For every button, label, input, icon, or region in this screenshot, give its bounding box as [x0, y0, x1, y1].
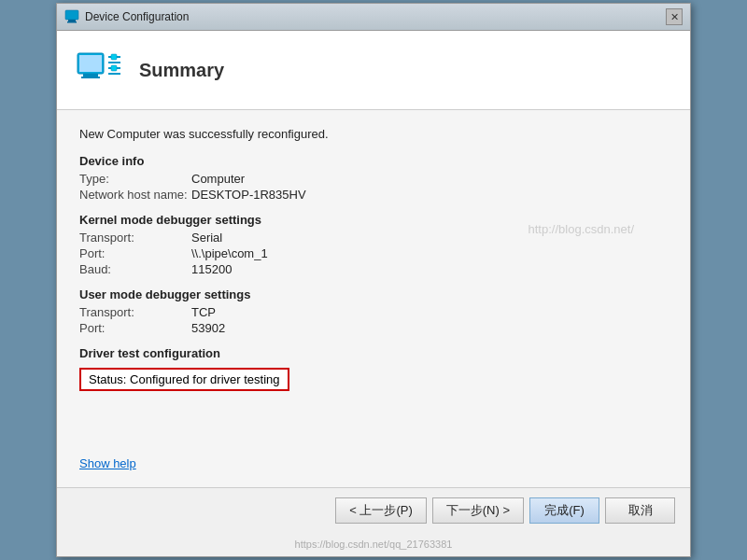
- header-section: Summary: [57, 31, 690, 110]
- kernel-port-label: Port:: [79, 246, 191, 260]
- titlebar: Device Configuration ✕: [57, 4, 690, 31]
- user-transport-row: Transport: TCP: [79, 305, 668, 319]
- kernel-transport-label: Transport:: [79, 231, 191, 245]
- kernel-baud-label: Baud:: [79, 262, 191, 276]
- kernel-port-value: \\.\pipe\com_1: [191, 246, 268, 260]
- content-section: New Computer was successfully reconfigur…: [57, 110, 690, 487]
- finish-button[interactable]: 完成(F): [529, 497, 599, 524]
- user-transport-value: TCP: [191, 305, 216, 319]
- footer-url: https://blog.csdn.net/qq_21763381: [295, 539, 453, 550]
- window-title: Device Configuration: [85, 10, 189, 23]
- device-host-row: Network host name: DESKTOP-1R835HV: [79, 188, 668, 202]
- cancel-button[interactable]: 取消: [605, 497, 675, 524]
- svg-rect-6: [81, 77, 100, 78]
- back-button[interactable]: < 上一步(P): [335, 497, 427, 524]
- kernel-baud-row: Baud: 115200: [79, 262, 668, 276]
- user-debugger-heading: User mode debugger settings: [79, 287, 668, 301]
- driver-status-label: Status:: [89, 372, 126, 386]
- device-host-label: Network host name:: [79, 188, 191, 202]
- device-info-heading: Device info: [79, 154, 668, 168]
- user-port-label: Port:: [79, 321, 191, 335]
- svg-rect-5: [83, 74, 98, 77]
- kernel-debugger-heading: Kernel mode debugger settings: [79, 213, 668, 227]
- page-title: Summary: [139, 60, 224, 81]
- svg-rect-12: [111, 65, 117, 71]
- kernel-baud-value: 115200: [191, 262, 232, 276]
- user-port-value: 53902: [191, 321, 225, 335]
- svg-rect-11: [111, 54, 117, 60]
- device-configuration-window: Device Configuration ✕ Summary New Compu…: [56, 3, 691, 557]
- svg-rect-2: [67, 21, 77, 23]
- kernel-port-row: Port: \\.\pipe\com_1: [79, 246, 668, 260]
- driver-status-value: Configured for driver testing: [130, 372, 279, 386]
- titlebar-icon: [64, 9, 79, 24]
- show-help-link[interactable]: Show help: [79, 456, 136, 470]
- device-type-label: Type:: [79, 172, 191, 186]
- user-transport-label: Transport:: [79, 305, 191, 319]
- close-button[interactable]: ✕: [666, 8, 683, 25]
- device-icon: [76, 46, 124, 94]
- driver-status-box: Status: Configured for driver testing: [79, 368, 289, 391]
- svg-rect-0: [65, 10, 78, 20]
- device-type-row: Type: Computer: [79, 172, 668, 186]
- device-host-value: DESKTOP-1R835HV: [191, 188, 306, 202]
- kernel-transport-row: Transport: Serial: [79, 231, 668, 245]
- kernel-transport-value: Serial: [191, 231, 222, 245]
- user-port-row: Port: 53902: [79, 321, 668, 335]
- success-message: New Computer was successfully reconfigur…: [79, 127, 668, 141]
- svg-rect-1: [68, 20, 76, 21]
- driver-test-heading: Driver test configuration: [79, 346, 668, 360]
- svg-rect-4: [79, 55, 102, 72]
- next-button[interactable]: 下一步(N) >: [432, 497, 524, 524]
- footer: < 上一步(P) 下一步(N) > 完成(F) 取消: [57, 487, 690, 533]
- device-type-value: Computer: [191, 172, 245, 186]
- titlebar-left: Device Configuration: [64, 9, 189, 24]
